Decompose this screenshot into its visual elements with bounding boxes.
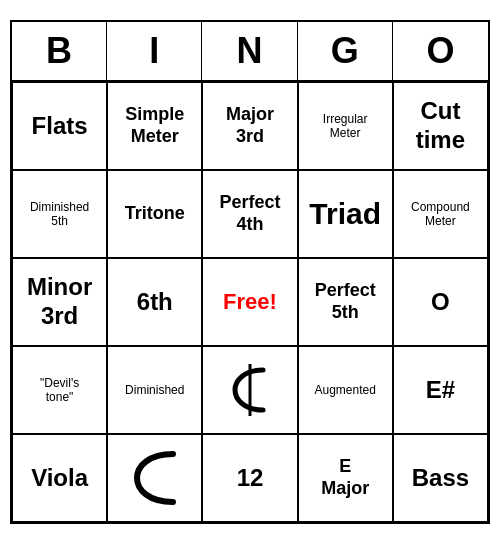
cell-1-1: Flats bbox=[12, 82, 107, 170]
cell-3-3-free: Free! bbox=[202, 258, 297, 346]
cell-4-4: Augmented bbox=[298, 346, 393, 434]
cell-5-2-common-time bbox=[107, 434, 202, 522]
cell-4-5: E# bbox=[393, 346, 488, 434]
header-b: B bbox=[12, 22, 107, 80]
cell-2-1: Diminished5th bbox=[12, 170, 107, 258]
cell-4-1: "Devil'stone" bbox=[12, 346, 107, 434]
cell-3-4: Perfect5th bbox=[298, 258, 393, 346]
cut-time-symbol bbox=[225, 360, 275, 420]
cell-5-1: Viola bbox=[12, 434, 107, 522]
bingo-header: B I N G O bbox=[12, 22, 488, 82]
cell-3-1: Minor3rd bbox=[12, 258, 107, 346]
header-i: I bbox=[107, 22, 202, 80]
bingo-grid: Flats SimpleMeter Major3rd IrregularMete… bbox=[12, 82, 488, 522]
cell-4-3-cut-time bbox=[202, 346, 297, 434]
cell-1-5: Cuttime bbox=[393, 82, 488, 170]
header-n: N bbox=[202, 22, 297, 80]
cell-2-3: Perfect4th bbox=[202, 170, 297, 258]
cell-2-2: Tritone bbox=[107, 170, 202, 258]
cell-1-2: SimpleMeter bbox=[107, 82, 202, 170]
header-g: G bbox=[298, 22, 393, 80]
common-time-symbol bbox=[125, 442, 185, 514]
cell-4-2: Diminished bbox=[107, 346, 202, 434]
cell-3-2: 6th bbox=[107, 258, 202, 346]
cell-3-5: O bbox=[393, 258, 488, 346]
bingo-card: B I N G O Flats SimpleMeter Major3rd Irr… bbox=[10, 20, 490, 524]
cell-1-3: Major3rd bbox=[202, 82, 297, 170]
cell-2-4: Triad bbox=[298, 170, 393, 258]
cell-1-4: IrregularMeter bbox=[298, 82, 393, 170]
cell-5-3: 12 bbox=[202, 434, 297, 522]
cell-5-4: EMajor bbox=[298, 434, 393, 522]
cell-5-5: Bass bbox=[393, 434, 488, 522]
header-o: O bbox=[393, 22, 488, 80]
cell-2-5: CompoundMeter bbox=[393, 170, 488, 258]
